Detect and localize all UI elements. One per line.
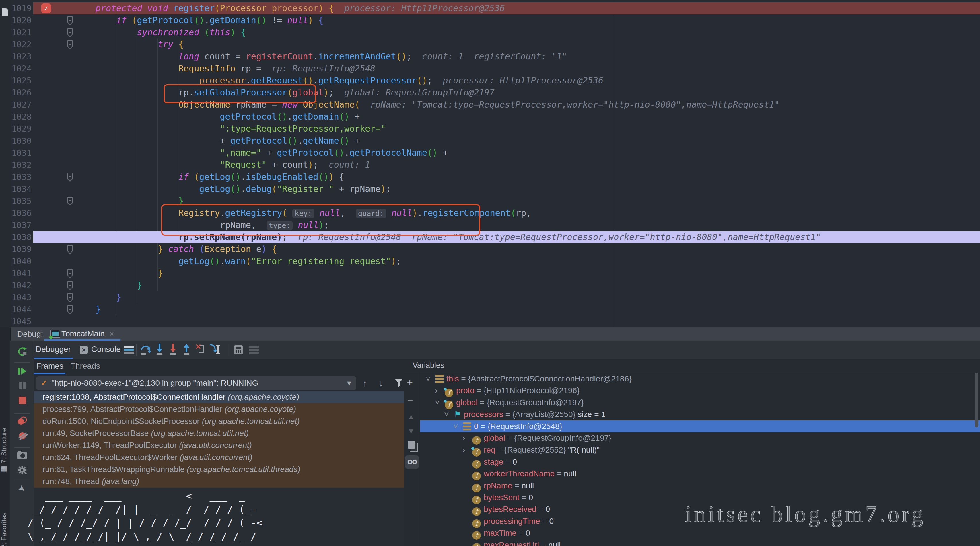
line-number[interactable]: 1040 <box>9 255 32 267</box>
fold-marker-icon[interactable] <box>67 245 73 256</box>
line-number[interactable]: 1030 <box>9 135 32 147</box>
tab-threads[interactable]: Threads <box>71 359 100 373</box>
code-text[interactable]: if (getProtocol().getDomain() != null) { <box>95 14 324 26</box>
line-number[interactable]: 1022 <box>9 38 32 51</box>
close-icon[interactable]: × <box>110 327 114 340</box>
code-text[interactable]: "Request" + count); count: 1 <box>95 159 370 171</box>
code-text[interactable]: RequestInfo rp = rp: RequestInfo@2548 <box>95 62 375 75</box>
line-number[interactable]: 1045 <box>9 316 32 327</box>
line-number[interactable]: 1041 <box>9 267 32 279</box>
code-text[interactable]: getProtocol().getDomain() + <box>95 111 360 123</box>
code-text[interactable]: long count = registerCount.incrementAndG… <box>95 51 567 62</box>
duplicate-icon[interactable] <box>410 443 418 452</box>
line-number[interactable]: 1029 <box>9 123 32 135</box>
scrollbar-thumb[interactable] <box>975 373 978 427</box>
line-number[interactable]: 1019 <box>9 2 32 14</box>
stack-frame-row[interactable]: runWorker:1149, ThreadPoolExecutor (java… <box>34 439 404 451</box>
code-line[interactable]: 1028 getProtocol().getDomain() + <box>0 111 980 123</box>
line-number[interactable]: 1038 <box>9 231 32 243</box>
code-line[interactable]: 1038 rp.setRpName(rpName); rp: RequestIn… <box>0 231 980 243</box>
tree-chevron-icon[interactable]: › <box>463 444 472 456</box>
code-line[interactable]: 1043 } <box>0 291 980 303</box>
fold-marker-icon[interactable] <box>67 28 73 39</box>
step-over-icon[interactable] <box>140 343 151 357</box>
line-number[interactable]: 1039 <box>9 243 32 255</box>
variable-row[interactable]: ›freq = {Request@2552} "R( null)" <box>420 444 980 456</box>
stack-frame-row[interactable]: run:748, Thread (java.lang) <box>34 475 404 487</box>
stack-frame-row[interactable]: register:1038, AbstractProtocol$Connecti… <box>34 391 404 403</box>
evaluate-expression-icon[interactable] <box>234 345 243 354</box>
add-watch-icon[interactable]: + <box>407 377 413 389</box>
line-number[interactable]: 1036 <box>9 207 32 219</box>
rerun-icon[interactable] <box>17 346 28 359</box>
fold-marker-icon[interactable] <box>67 197 73 208</box>
code-text[interactable]: protected void register(Processor proces… <box>95 2 505 14</box>
line-number[interactable]: 1034 <box>9 183 32 195</box>
variable-row[interactable]: fmaxRequestUri = null <box>420 539 980 546</box>
code-line[interactable]: 1036 Registry.getRegistry( key: null, gu… <box>0 207 980 219</box>
scroll-up-icon[interactable]: ▲ <box>407 413 415 421</box>
view-options-icon[interactable] <box>124 346 134 354</box>
variable-row[interactable]: fworkerThreadName = null <box>420 468 980 479</box>
stack-frame-row[interactable]: run:624, ThreadPoolExecutor$Worker (java… <box>34 451 404 463</box>
variable-row[interactable]: ˅0 = {RequestInfo@2548} <box>420 421 980 432</box>
variable-row[interactable]: fmaxTime = 0 <box>420 527 980 539</box>
code-text[interactable]: try { <box>95 38 184 51</box>
step-into-icon[interactable] <box>154 343 165 357</box>
variable-row[interactable]: fstage = 0 <box>420 456 980 468</box>
line-number[interactable]: 1042 <box>9 279 32 291</box>
code-text[interactable]: } <box>95 279 142 291</box>
code-text[interactable]: } <box>95 291 121 303</box>
line-number[interactable]: 1043 <box>9 291 32 303</box>
line-number[interactable]: 1024 <box>9 62 32 75</box>
line-number[interactable]: 1031 <box>9 147 32 159</box>
tree-chevron-icon[interactable]: ˅ <box>426 373 436 384</box>
fold-marker-icon[interactable] <box>67 305 73 316</box>
view-breakpoints-icon[interactable] <box>17 416 28 427</box>
filter-funnel-icon[interactable] <box>394 378 403 389</box>
stripe-favorites[interactable]: ★ 2: Favorites <box>0 500 10 546</box>
code-line[interactable]: 1034 getLog().debug("Register " + rpName… <box>0 183 980 195</box>
tab-frames[interactable]: Frames <box>36 359 64 373</box>
fold-marker-icon[interactable] <box>67 16 73 27</box>
line-number[interactable]: 1035 <box>9 195 32 207</box>
show-watches-icon[interactable]: oo <box>405 456 419 468</box>
code-text[interactable]: ",name=" + getProtocol().getProtocolName… <box>95 147 448 159</box>
line-number[interactable]: 1028 <box>9 111 32 123</box>
code-line[interactable]: 1033 if (getLog().isDebugEnabled()) { <box>0 171 980 183</box>
resume-icon[interactable] <box>17 366 27 378</box>
run-to-cursor-icon[interactable] <box>208 343 221 357</box>
code-line[interactable]: 1027 ObjectName rpName = new ObjectName(… <box>0 98 980 111</box>
line-number[interactable]: 1037 <box>9 219 32 231</box>
tree-chevron-icon[interactable]: ˅ <box>444 408 454 420</box>
tree-chevron-icon[interactable]: › <box>435 384 445 396</box>
code-line[interactable]: 1025 processor.getRequest().getRequestPr… <box>0 75 980 87</box>
fold-marker-icon[interactable] <box>67 173 73 184</box>
code-editor[interactable]: 1019✓protected void register(Processor p… <box>0 0 980 327</box>
tree-chevron-icon[interactable]: › <box>463 432 472 444</box>
code-line[interactable]: 1045 <box>0 316 980 327</box>
line-number[interactable]: 1021 <box>9 26 32 38</box>
code-line[interactable]: 1020 if (getProtocol().getDomain() != nu… <box>0 14 980 26</box>
code-line[interactable]: 1044} <box>0 303 980 316</box>
code-line[interactable]: 1035 } <box>0 195 980 207</box>
remove-watch-icon[interactable]: − <box>407 395 413 406</box>
tree-chevron-icon[interactable]: ˅ <box>453 421 463 432</box>
variable-row[interactable]: ˅fglobal = {RequestGroupInfo@2197} <box>420 397 980 408</box>
code-text[interactable]: } catch (Exception e) { <box>95 243 277 255</box>
mute-breakpoints-icon[interactable] <box>17 431 27 442</box>
frame-down-icon[interactable]: ↓ <box>379 379 383 388</box>
fold-marker-icon[interactable] <box>67 281 73 292</box>
line-number[interactable]: 1044 <box>9 303 32 316</box>
line-number[interactable]: 1026 <box>9 87 32 98</box>
code-line[interactable]: 1040 getLog().warn("Error registering re… <box>0 255 980 267</box>
force-step-into-icon[interactable] <box>168 343 178 357</box>
code-line[interactable]: 1037 rpName, type: null); <box>0 219 980 231</box>
frame-up-icon[interactable]: ↑ <box>363 379 367 388</box>
line-number[interactable]: 1027 <box>9 98 32 111</box>
step-out-icon[interactable] <box>181 343 192 357</box>
code-text[interactable]: synchronized (this) { <box>95 26 246 38</box>
layout-settings-icon[interactable] <box>249 346 259 354</box>
scroll-down-icon[interactable]: ▼ <box>407 427 415 436</box>
fold-marker-icon[interactable] <box>67 269 73 280</box>
